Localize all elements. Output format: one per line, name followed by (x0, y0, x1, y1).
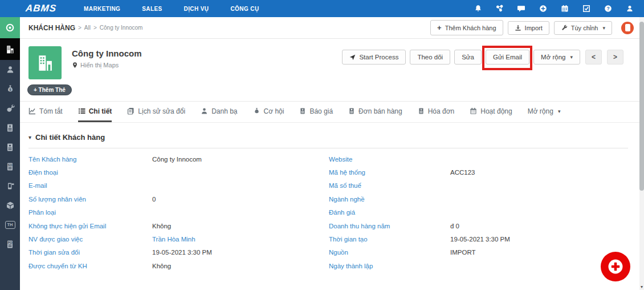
field-label: Điện thoại (28, 169, 152, 176)
sidebar-item-sales-orders[interactable]: SO (0, 157, 20, 176)
field-label: Thời gian tạo (329, 236, 450, 243)
calendar-icon (470, 107, 477, 115)
sidebar-item-services[interactable] (0, 99, 20, 118)
breadcrumb-module[interactable]: KHÁCH HÀNG (28, 24, 75, 32)
user-icon[interactable] (625, 5, 634, 13)
send-email-button[interactable]: Gửi Email (486, 50, 529, 65)
edit-button[interactable]: Sửa (454, 50, 482, 65)
chat-icon[interactable] (517, 5, 525, 13)
tab-don-ban-hang[interactable]: Đơn bán hàng (348, 102, 402, 122)
building-icon (35, 53, 55, 72)
tab-co-hoi[interactable]: Cơ hội (253, 102, 284, 122)
previous-record-button[interactable]: < (585, 50, 602, 65)
add-tag-button[interactable]: + Thêm Thẻ (27, 84, 72, 95)
customize-button[interactable]: Tùy chỉnh ▾ (554, 21, 612, 35)
sidebar-item-opportunities[interactable]: $ (0, 79, 20, 99)
record-tabs: Tóm tắt Chi tiết Lịch sử sửa đổi Danh bạ… (20, 102, 639, 123)
menu-cong-cu[interactable]: CÔNG CỤ (230, 6, 259, 12)
tab-hoat-dong[interactable]: Hoạt động (470, 102, 512, 122)
call-widget-button[interactable] (621, 22, 634, 34)
field-row: Nguồn IMPORT (329, 246, 628, 259)
assigned-user-link[interactable]: Trần Hòa Minh (152, 236, 195, 243)
tab-mo-rong[interactable]: Mở rộng ▾ (528, 102, 561, 122)
help-icon[interactable]: ? (604, 5, 612, 13)
field-label: Ngành nghề (329, 196, 450, 203)
quote-doc-icon (6, 123, 14, 132)
quick-create-fab[interactable] (601, 252, 630, 281)
next-record-button[interactable]: > (607, 50, 623, 65)
field-label: Mã số thuế (329, 182, 450, 189)
app-logo[interactable]: ABMS (25, 3, 57, 14)
field-row: E-mail (28, 179, 329, 192)
chevron-down-icon: ▾ (602, 25, 605, 31)
field-value: 19-05-2021 3:30 PM (152, 249, 212, 256)
section-title: Chi tiết Khách hàng (35, 133, 105, 142)
top-navbar: ABMS MARKETING SALES DỊCH VỤ CÔNG CỤ (0, 0, 644, 17)
field-label: E-mail (28, 182, 152, 189)
building-icon (5, 45, 15, 54)
field-label: Doanh thu hàng năm (329, 223, 450, 229)
expand-button[interactable]: Mở rộng ▾ (533, 50, 580, 65)
history-icon (127, 107, 134, 115)
sidebar-item-orders[interactable] (0, 138, 20, 157)
field-value: Không (152, 223, 171, 229)
task-check-icon[interactable] (582, 5, 590, 13)
person-icon (201, 107, 208, 115)
map-pin-icon (72, 62, 78, 69)
menu-dich-vu[interactable]: DỊCH VỤ (184, 6, 209, 12)
main-content: KHÁCH HÀNG > All > Công ty Innocom + Thê… (20, 17, 639, 290)
field-row: Được chuyển từ KH Không (28, 259, 329, 272)
field-row: Tên Khách hàng Công ty Innocom (28, 152, 329, 166)
sidebar-item-mobile[interactable] (0, 176, 20, 196)
import-button[interactable]: Import (508, 21, 549, 35)
breadcrumb-bar: KHÁCH HÀNG > All > Công ty Innocom + Thê… (20, 17, 639, 39)
moneybag-icon (253, 107, 260, 115)
field-label: Mã hệ thống (329, 169, 450, 176)
add-customer-button[interactable]: + Thêm Khách hàng (430, 20, 503, 35)
tab-hoa-don[interactable]: Hóa đơn (418, 102, 455, 122)
sidebar-item-target[interactable] (0, 17, 20, 38)
menu-sales[interactable]: SALES (142, 6, 162, 12)
sidebar-item-th[interactable]: TH (0, 215, 20, 235)
breadcrumb-record: Công ty Innocom (100, 25, 143, 31)
chevron-down-icon: ▾ (570, 54, 573, 60)
record-actions: Start Process Theo dõi Sửa Gửi Email Mở … (342, 50, 623, 65)
scrollbar-thumb[interactable] (639, 22, 644, 191)
field-row: Số lượng nhân viên 0 (28, 192, 329, 206)
bell-icon[interactable] (474, 5, 482, 13)
tab-bao-gia[interactable]: Báo giá (299, 102, 333, 122)
sidebar-item-quotes[interactable] (0, 118, 20, 138)
breadcrumb-view[interactable]: All (84, 25, 91, 31)
start-process-button[interactable]: Start Process (342, 50, 406, 65)
plus-circle-icon[interactable] (539, 5, 547, 13)
account-avatar (28, 46, 62, 79)
tab-chi-tiet[interactable]: Chi tiết (78, 102, 112, 122)
field-row: Không thực hiện gửi Email Không (28, 219, 329, 232)
po-doc-icon: PO (6, 240, 14, 249)
sidebar-item-products[interactable] (0, 196, 20, 215)
field-label: Thời gian sửa đổi (28, 249, 152, 256)
sidebar-item-contacts[interactable] (0, 60, 20, 79)
tab-danh-ba[interactable]: Danh bạ (201, 102, 237, 122)
invoice-doc-icon (418, 107, 425, 115)
th-badge-icon: TH (5, 221, 15, 229)
details-section-header[interactable]: ▾ Chi tiết Khách hàng (28, 130, 628, 148)
calendar-icon[interactable] (560, 5, 569, 13)
page-title: Công ty Innocom (72, 49, 142, 58)
tab-tom-tat[interactable]: Tóm tắt (28, 102, 63, 122)
sidebar-item-accounts[interactable] (0, 38, 20, 60)
sidebar-item-purchase-orders[interactable]: PO (0, 235, 20, 254)
integrations-icon[interactable] (495, 5, 504, 13)
mobile-icon (6, 182, 15, 191)
chevron-down-icon: ▾ (558, 108, 561, 114)
field-value: ACC123 (450, 169, 475, 176)
field-row: Điện thoại (28, 166, 329, 179)
details-panel: ▾ Chi tiết Khách hàng Tên Khách hàng Côn… (20, 123, 639, 273)
menu-marketing[interactable]: MARKETING (84, 6, 120, 12)
tab-lich-su-sua-doi[interactable]: Lịch sử sửa đổi (127, 102, 185, 122)
show-maps-link[interactable]: Hiển thị Maps (72, 62, 119, 69)
download-icon (515, 25, 521, 31)
svg-text:?: ? (606, 6, 609, 11)
follow-button[interactable]: Theo dõi (410, 50, 450, 65)
scroll-down-arrow[interactable]: ▾ (639, 284, 644, 289)
